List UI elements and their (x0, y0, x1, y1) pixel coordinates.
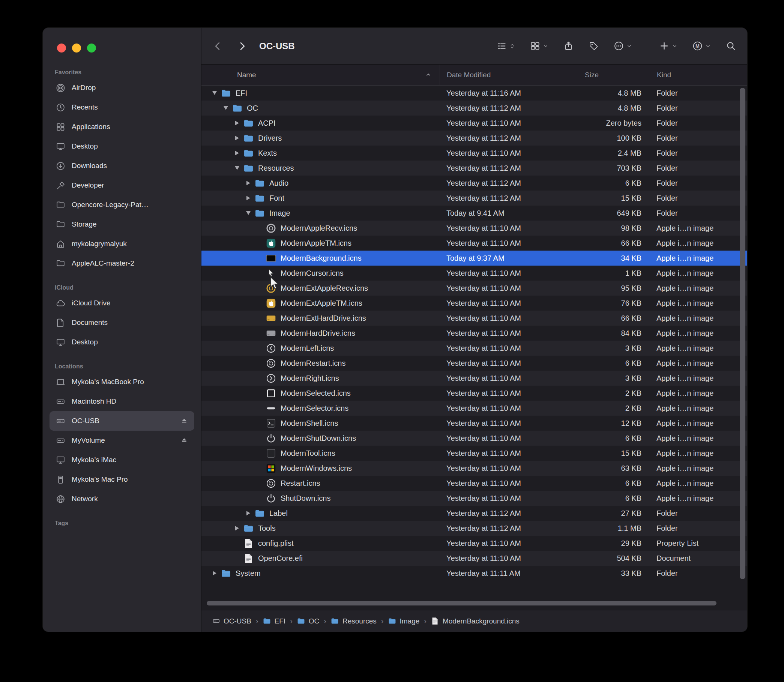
sidebar-item-downloads[interactable]: Downloads (49, 156, 194, 175)
file-row-modernharddrive-icns[interactable]: ModernHardDrive.icnsYesterday at 11:10 A… (201, 326, 747, 341)
file-row-font[interactable]: FontYesterday at 11:12 AM15 KBFolder (201, 191, 747, 206)
disclosure-closed-icon[interactable] (209, 571, 220, 575)
sidebar-item-macintosh-hd[interactable]: Macintosh HD (49, 392, 194, 411)
disclosure-open-icon[interactable] (243, 211, 254, 215)
group-button[interactable] (530, 41, 548, 51)
path-item-oc[interactable]: OC (297, 617, 320, 625)
file-row-modernextapplerecv-icns[interactable]: ModernExtAppleRecv.icnsYesterday at 11:1… (201, 280, 747, 296)
sidebar-item-oc-usb[interactable]: OC-USB (49, 411, 194, 431)
horizontal-scrollbar[interactable] (207, 601, 732, 606)
file-row-modernwindows-icns[interactable]: ModernWindows.icnsYesterday at 11:10 AM6… (201, 461, 747, 476)
sidebar-item-recents[interactable]: Recents (49, 97, 194, 117)
file-row-kexts[interactable]: KextsYesterday at 11:10 AM2.4 MBFolder (201, 145, 747, 161)
sidebar-item-mykola-s-macbook-pro[interactable]: Mykola’s MacBook Pro (49, 372, 194, 392)
sidebar-item-desktop[interactable]: Desktop (49, 332, 194, 352)
column-header-date-modified[interactable]: Date Modified (440, 65, 578, 85)
column-header-size[interactable]: Size (578, 65, 650, 85)
file-row-shutdown-icns[interactable]: ShutDown.icnsYesterday at 11:10 AM6 KBAp… (201, 491, 747, 506)
sidebar-item-mykola-s-mac-pro[interactable]: Mykola’s Mac Pro (49, 470, 194, 489)
sidebar-item-developer[interactable]: Developer (49, 175, 194, 195)
file-row-modernapplerecv-icns[interactable]: ModernAppleRecv.icnsYesterday at 11:10 A… (201, 221, 747, 236)
file-row-oc[interactable]: OCYesterday at 11:12 AM4.8 MBFolder (201, 100, 747, 116)
disclosure-closed-icon[interactable] (231, 121, 243, 125)
forward-button[interactable] (234, 38, 250, 54)
sidebar-item-airdrop[interactable]: AirDrop (49, 78, 194, 97)
search-button[interactable] (726, 41, 736, 51)
disclosure-closed-icon[interactable] (243, 511, 254, 515)
sidebar-item-myvolume[interactable]: MyVolume (49, 431, 194, 450)
file-row-label[interactable]: LabelYesterday at 11:12 AM27 KBFolder (201, 506, 747, 521)
eject-icon[interactable] (180, 416, 189, 425)
sidebar-item-storage[interactable]: Storage (49, 215, 194, 234)
file-row-modernbackground-icns[interactable]: ModernBackground.icnsToday at 9:37 AM34 … (201, 250, 747, 266)
back-button[interactable] (210, 38, 226, 54)
column-header-kind[interactable]: Kind (650, 65, 747, 85)
file-row-restart-icns[interactable]: Restart.icnsYesterday at 11:10 AM6 KBApp… (201, 476, 747, 491)
disclosure-closed-icon[interactable] (243, 196, 254, 200)
file-row-modernappletm-icns[interactable]: ModernAppleTM.icnsYesterday at 11:10 AM6… (201, 236, 747, 250)
view-button[interactable] (497, 41, 515, 51)
file-row-system[interactable]: SystemYesterday at 11:11 AM33 KBFolder (201, 566, 747, 581)
sidebar-item-applealc-master-2[interactable]: AppleALC-master-2 (49, 253, 194, 273)
file-row-image[interactable]: ImageToday at 9:41 AM649 KBFolder (201, 206, 747, 221)
path-item-efi[interactable]: EFI (263, 617, 286, 625)
sidebar-item-network[interactable]: Network (49, 489, 194, 509)
vertical-scrollbar-thumb[interactable] (740, 88, 745, 579)
file-row-acpi[interactable]: ACPIYesterday at 11:10 AMZero bytesFolde… (201, 116, 747, 131)
path-item-modernbackground-icns[interactable]: ModernBackground.icns (431, 617, 519, 625)
vertical-scrollbar[interactable] (740, 88, 746, 579)
file-row-modernleft-icns[interactable]: ModernLeft.icnsYesterday at 11:10 AM3 KB… (201, 341, 747, 355)
share-button[interactable] (563, 41, 574, 51)
sidebar-item-mykolagrymalyuk[interactable]: mykolagrymalyuk (49, 234, 194, 253)
file-row-modernrestart-icns[interactable]: ModernRestart.icnsYesterday at 11:10 AM6… (201, 355, 747, 371)
file-date-modified: Yesterday at 11:16 AM (440, 89, 578, 97)
minimize-button[interactable] (72, 43, 81, 53)
disclosure-open-icon[interactable] (220, 106, 231, 110)
file-row-opencore-efi[interactable]: OpenCore.efiYesterday at 11:10 AM504 KBD… (201, 551, 747, 566)
eject-icon[interactable] (180, 436, 189, 445)
sidebar-item-documents[interactable]: Documents (49, 313, 194, 332)
file-row-drivers[interactable]: DriversYesterday at 11:12 AM100 KBFolder (201, 131, 747, 145)
path-item-image[interactable]: Image (388, 617, 419, 625)
sidebar-item-applications[interactable]: Applications (49, 117, 194, 137)
file-row-modernselected-icns[interactable]: ModernSelected.icnsYesterday at 11:10 AM… (201, 386, 747, 401)
disclosure-closed-icon[interactable] (243, 181, 254, 185)
horizontal-scrollbar-thumb[interactable] (207, 601, 717, 606)
path-item-resources[interactable]: Resources (331, 617, 377, 625)
file-row-modernselector-icns[interactable]: ModernSelector.icnsYesterday at 11:10 AM… (201, 401, 747, 416)
file-row-tools[interactable]: ToolsYesterday at 11:12 AM1.1 MBFolder (201, 521, 747, 536)
power-icon (266, 493, 276, 504)
file-row-modernextappletm-icns[interactable]: ModernExtAppleTM.icnsYesterday at 11:10 … (201, 296, 747, 311)
path-item-oc-usb[interactable]: OC-USB (212, 617, 251, 625)
disclosure-closed-icon[interactable] (231, 151, 243, 155)
sidebar-item-icloud-drive[interactable]: iCloud Drive (49, 293, 194, 313)
file-row-resources[interactable]: ResourcesYesterday at 11:12 AM703 KBFold… (201, 161, 747, 175)
zoom-button[interactable] (87, 43, 96, 53)
file-row-modernshutdown-icns[interactable]: ModernShutDown.icnsYesterday at 11:10 AM… (201, 431, 747, 446)
disclosure-open-icon[interactable] (209, 91, 220, 95)
sidebar-item-mykola-s-imac[interactable]: Mykola’s iMac (49, 450, 194, 470)
name-cell: ModernBackground.icns (201, 253, 440, 263)
file-row-modernright-icns[interactable]: ModernRight.icnsYesterday at 11:10 AM3 K… (201, 371, 747, 386)
disclosure-closed-icon[interactable] (231, 526, 243, 531)
add-button[interactable] (659, 41, 677, 51)
power-icon (266, 433, 276, 443)
disclosure-open-icon[interactable] (231, 166, 243, 170)
name-cell: ACPI (201, 118, 440, 128)
disclosure-closed-icon[interactable] (231, 136, 243, 140)
file-row-moderntool-icns[interactable]: ModernTool.icnsYesterday at 11:10 AM15 K… (201, 446, 747, 461)
sidebar-item-opencore-legacy-pat[interactable]: Opencore-Legacy-Pat… (49, 195, 194, 215)
file-row-modernshell-icns[interactable]: ModernShell.icnsYesterday at 11:10 AM12 … (201, 416, 747, 431)
file-row-moderncursor-icns[interactable]: ModernCursor.icnsYesterday at 11:10 AM1 … (201, 266, 747, 280)
close-button[interactable] (57, 43, 66, 53)
account-button[interactable]: M (693, 41, 711, 51)
more-button[interactable] (614, 41, 632, 51)
file-row-modernextharddrive-icns[interactable]: ModernExtHardDrive.icnsYesterday at 11:1… (201, 311, 747, 326)
column-header-name[interactable]: Name (201, 65, 440, 85)
tags-button[interactable] (588, 41, 599, 51)
file-row-config-plist[interactable]: config.plistYesterday at 11:10 AM29 KBPr… (201, 536, 747, 551)
file-row-efi[interactable]: EFIYesterday at 11:16 AM4.8 MBFolder (201, 86, 747, 100)
file-row-audio[interactable]: AudioYesterday at 11:12 AM6 KBFolder (201, 175, 747, 191)
group-grid-icon (530, 41, 540, 51)
sidebar-item-desktop[interactable]: Desktop (49, 137, 194, 156)
